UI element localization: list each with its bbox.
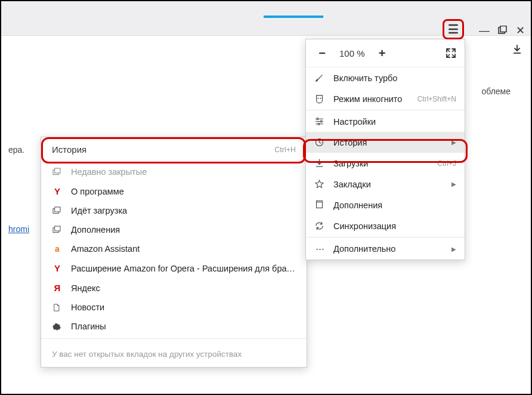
- bg-text-problem: облеме: [481, 87, 511, 96]
- hamburger-icon: ☰: [448, 23, 459, 35]
- list-item-label: Яндекс: [71, 283, 100, 293]
- submenu-amazon-assistant[interactable]: a Amazon Assistant: [41, 239, 307, 258]
- list-item-label: О программе: [71, 187, 124, 196]
- menu-item-sync[interactable]: Синхронизация: [306, 215, 465, 236]
- maximize-button[interactable]: [498, 26, 508, 35]
- submenu-header-history[interactable]: История Ctrl+H: [41, 137, 307, 162]
- submenu-title: История: [52, 144, 274, 155]
- svg-rect-5: [317, 118, 318, 120]
- downloads-icon[interactable]: [512, 44, 522, 55]
- submenu-about[interactable]: Y О программе: [41, 181, 307, 201]
- chevron-right-icon: ▶: [451, 139, 456, 146]
- list-item-label: Дополнения: [71, 225, 120, 234]
- bg-text-era: ера.: [8, 145, 24, 155]
- submenu-recently-closed[interactable]: Недавно закрытые: [41, 162, 307, 181]
- menu-item-turbo[interactable]: Включить турбо: [306, 67, 465, 88]
- zoom-value: 100 %: [339, 48, 365, 58]
- list-item-label: Расширение Amazon for Opera - Расширения…: [71, 264, 296, 273]
- submenu-plugins[interactable]: Плагины: [41, 317, 307, 336]
- svg-rect-15: [55, 207, 60, 212]
- history-submenu: История Ctrl+H Недавно закрытые Y О прог…: [41, 137, 307, 368]
- menu-label: Закладки: [333, 180, 443, 189]
- chevron-right-icon: ▶: [451, 246, 456, 252]
- svg-rect-1: [500, 26, 506, 32]
- yandex-ya-icon: Я: [52, 283, 63, 293]
- menu-item-bookmarks[interactable]: Закладки ▶: [306, 174, 465, 195]
- chevron-right-icon: ▶: [451, 181, 456, 187]
- menu-hint: Ctrl+Shift+N: [417, 95, 456, 103]
- star-icon: [314, 179, 325, 189]
- svg-rect-11: [317, 200, 323, 202]
- menu-item-downloads[interactable]: Загрузки Ctrl+J: [306, 153, 465, 174]
- list-item-label: Amazon Assistant: [71, 244, 140, 254]
- rocket-icon: [314, 73, 325, 83]
- incognito-icon: [314, 94, 325, 104]
- menu-label: Загрузки: [333, 159, 429, 168]
- menu-item-incognito[interactable]: Режим инкогнито Ctrl+Shift+N: [306, 88, 465, 109]
- download-icon: [314, 158, 325, 168]
- zoom-out-button[interactable]: −: [314, 45, 330, 61]
- menu-label: Синхронизация: [333, 221, 456, 231]
- fullscreen-button[interactable]: [446, 48, 456, 58]
- menu-item-history[interactable]: История ▶: [306, 132, 465, 153]
- menu-label: Дополнительно: [333, 244, 443, 254]
- tabs-icon: [52, 206, 63, 215]
- menu-item-extensions[interactable]: Дополнения: [306, 195, 465, 215]
- submenu-hint: Ctrl+H: [274, 146, 296, 154]
- tabs-icon: [52, 225, 63, 234]
- svg-rect-10: [317, 202, 323, 208]
- menu-item-advanced[interactable]: ⋯ Дополнительно ▶: [306, 238, 465, 260]
- menu-label: Режим инкогнито: [333, 94, 409, 104]
- amazon-icon: a: [52, 244, 63, 254]
- list-item-label: Идёт загрузка: [71, 206, 127, 215]
- submenu-footer: У вас нет открытых вкладок на других уст…: [41, 341, 307, 367]
- submenu-news[interactable]: Новости: [41, 298, 307, 317]
- menu-label: Включить турбо: [333, 73, 456, 83]
- sync-icon: [314, 221, 325, 231]
- active-tab-indicator: [264, 16, 323, 18]
- submenu-amazon-ext[interactable]: Y Расширение Amazon for Opera - Расширен…: [41, 258, 307, 278]
- zoom-row: − 100 % +: [306, 39, 465, 67]
- puzzle-icon: [52, 322, 63, 331]
- main-menu-dropdown: − 100 % + Включить турбо Режим инкогнито…: [305, 39, 465, 260]
- page-icon: [52, 303, 63, 312]
- menu-label: История: [333, 138, 443, 147]
- menu-item-settings[interactable]: Настройки: [306, 111, 465, 132]
- tabs-icon: [52, 167, 63, 177]
- close-button[interactable]: ✕: [516, 24, 525, 37]
- more-icon: ⋯: [314, 243, 325, 254]
- minimize-button[interactable]: —: [479, 24, 490, 37]
- submenu-extensions[interactable]: Дополнения: [41, 220, 307, 239]
- sliders-icon: [314, 116, 325, 126]
- main-menu-button[interactable]: ☰: [443, 19, 464, 39]
- extensions-icon: [314, 200, 325, 210]
- zoom-in-button[interactable]: +: [375, 45, 390, 61]
- svg-rect-7: [318, 123, 319, 125]
- list-item-label: Плагины: [71, 322, 106, 331]
- svg-point-3: [317, 98, 318, 99]
- bg-chromium-link[interactable]: hromi: [8, 224, 29, 234]
- submenu-downloading[interactable]: Идёт загрузка: [41, 201, 307, 220]
- svg-rect-6: [321, 121, 322, 122]
- svg-rect-17: [55, 226, 60, 231]
- menu-hint: Ctrl+J: [437, 159, 456, 168]
- svg-rect-13: [55, 168, 60, 173]
- yandex-y-icon: Y: [52, 263, 63, 273]
- submenu-yandex[interactable]: Я Яндекс: [41, 278, 307, 298]
- menu-label: Настройки: [333, 117, 456, 126]
- menu-label: Дополнения: [333, 200, 456, 210]
- svg-point-4: [320, 98, 321, 99]
- list-item-label: Новости: [71, 303, 104, 312]
- yandex-y-icon: Y: [52, 186, 63, 196]
- list-item-label: Недавно закрытые: [71, 167, 147, 177]
- history-icon: [314, 137, 325, 147]
